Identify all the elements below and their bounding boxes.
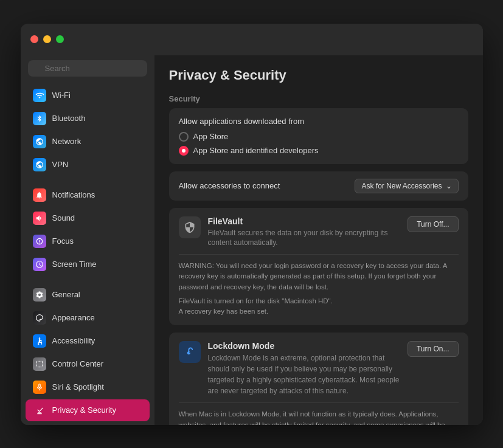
- accessories-card: Allow accessories to connect Ask for New…: [169, 171, 468, 201]
- sidebar-label-sound: Sound: [52, 213, 75, 222]
- sidebar-item-desktop[interactable]: Desktop & Dock: [26, 422, 150, 425]
- general-icon: [33, 288, 46, 302]
- page-title: Privacy & Security: [169, 67, 468, 83]
- radio-appstore[interactable]: App Store: [179, 132, 459, 142]
- sidebar-label-accessibility: Accessibility: [52, 336, 95, 345]
- filevault-status: FileVault is turned on for the disk "Mac…: [179, 296, 459, 317]
- filevault-warning-text: WARNING: You will need your login passwo…: [179, 262, 447, 291]
- window-content: 🔍 Wi-Fi Bluetooth: [21, 55, 483, 425]
- sidebar-item-appearance[interactable]: Appearance: [26, 307, 150, 329]
- filevault-desc: FileVault secures the data on your disk …: [208, 228, 408, 249]
- filevault-card: FileVault FileVault secures the data on …: [169, 208, 468, 326]
- sidebar-label-bluetooth: Bluetooth: [52, 114, 86, 123]
- allow-download-row: Allow applications downloaded from App S…: [169, 108, 468, 164]
- bluetooth-icon: [33, 112, 46, 125]
- screentime-icon: [33, 258, 46, 271]
- lockdown-card: Lockdown Mode Lockdown Mode is an extrem…: [169, 333, 468, 424]
- security-section-label: Security: [169, 94, 468, 103]
- filevault-warning: WARNING: You will need your login passwo…: [179, 254, 459, 292]
- radio-circle-identified: [179, 146, 189, 156]
- search-wrapper: 🔍: [28, 60, 147, 77]
- filevault-title-group: FileVault FileVault secures the data on …: [208, 216, 408, 249]
- lockdown-turnon-button[interactable]: Turn On...: [408, 341, 459, 357]
- filevault-status-line2: A recovery key has been set.: [179, 306, 459, 317]
- filevault-turnoff-button[interactable]: Turn Off...: [408, 216, 458, 232]
- sidebar-label-vpn: VPN: [52, 160, 69, 169]
- allow-download-label: Allow applications downloaded from: [179, 117, 459, 126]
- accessories-select[interactable]: Ask for New Accessories ⌄: [355, 179, 458, 193]
- vpn-icon: [33, 158, 46, 171]
- allow-download-card: Allow applications downloaded from App S…: [169, 108, 468, 164]
- minimize-button[interactable]: [43, 35, 51, 43]
- sidebar-item-network[interactable]: Network: [26, 131, 150, 153]
- titlebar: [21, 24, 483, 55]
- maximize-button[interactable]: [56, 35, 64, 43]
- sidebar-label-privacy: Privacy & Security: [52, 405, 116, 415]
- filevault-title: FileVault: [208, 216, 408, 226]
- accessories-chevron: ⌄: [446, 182, 452, 190]
- sidebar-item-bluetooth[interactable]: Bluetooth: [26, 108, 150, 129]
- wifi-icon: [33, 89, 46, 102]
- appearance-icon: [33, 311, 46, 325]
- accessories-label: Allow accessories to connect: [179, 181, 280, 190]
- lockdown-header: Lockdown Mode Lockdown Mode is an extrem…: [179, 341, 459, 396]
- network-icon: [33, 135, 46, 148]
- accessories-row[interactable]: Allow accessories to connect Ask for New…: [169, 171, 468, 201]
- accessories-value: Ask for New Accessories: [361, 182, 442, 190]
- sidebar-label-controlcenter: Control Center: [52, 359, 104, 368]
- sidebar-label-screentime: Screen Time: [52, 260, 97, 269]
- lockdown-title-group: Lockdown Mode Lockdown Mode is an extrem…: [208, 341, 408, 396]
- sidebar-item-controlcenter[interactable]: Control Center: [26, 353, 150, 375]
- main-panel: Privacy & Security Security Allow applic…: [154, 55, 483, 425]
- focus-icon: [33, 235, 46, 248]
- sidebar-item-privacy[interactable]: Privacy & Security: [26, 399, 150, 421]
- filevault-status-line1: FileVault is turned on for the disk "Mac…: [179, 296, 459, 306]
- sidebar: 🔍 Wi-Fi Bluetooth: [21, 55, 154, 425]
- filevault-header: FileVault FileVault secures the data on …: [179, 216, 459, 249]
- notifications-icon: [33, 188, 46, 202]
- controlcenter-icon: [33, 357, 46, 371]
- sidebar-item-wifi[interactable]: Wi-Fi: [26, 84, 150, 106]
- traffic-lights: [30, 35, 64, 43]
- radio-group-download: App Store App Store and identified devel…: [179, 132, 459, 156]
- sidebar-label-appearance: Appearance: [52, 313, 95, 322]
- lockdown-desc: Lockdown Mode is an extreme, optional pr…: [208, 353, 408, 396]
- sidebar-item-focus[interactable]: Focus: [26, 230, 150, 252]
- search-container: 🔍: [21, 55, 154, 84]
- radio-label-appstore: App Store: [193, 132, 229, 141]
- sidebar-item-vpn[interactable]: VPN: [26, 154, 150, 176]
- sidebar-item-accessibility[interactable]: Accessibility: [26, 330, 150, 352]
- sidebar-label-network: Network: [52, 137, 82, 146]
- privacy-icon: [33, 404, 46, 417]
- accessibility-icon: [33, 334, 46, 348]
- radio-appstore-identified[interactable]: App Store and identified developers: [179, 146, 459, 156]
- sidebar-item-notifications[interactable]: Notifications: [26, 184, 150, 206]
- siri-icon: [33, 381, 46, 394]
- filevault-icon: [179, 216, 201, 238]
- radio-label-identified: App Store and identified developers: [193, 146, 319, 155]
- sidebar-label-notifications: Notifications: [52, 190, 95, 199]
- lockdown-detail-text: When Mac is in Lockdown Mode, it will no…: [179, 410, 445, 424]
- sidebar-label-focus: Focus: [52, 236, 74, 246]
- system-preferences-window: 🔍 Wi-Fi Bluetooth: [21, 24, 483, 425]
- lockdown-detail: When Mac is in Lockdown Mode, it will no…: [179, 402, 459, 424]
- lockdown-left: Lockdown Mode Lockdown Mode is an extrem…: [179, 341, 408, 396]
- lockdown-title: Lockdown Mode: [208, 341, 408, 351]
- sidebar-label-general: General: [52, 290, 80, 299]
- sidebar-label-siri: Siri & Spotlight: [52, 382, 104, 391]
- sidebar-item-screentime[interactable]: Screen Time: [26, 253, 150, 275]
- lockdown-icon: [179, 341, 201, 363]
- filevault-left: FileVault FileVault secures the data on …: [179, 216, 408, 249]
- svg-point-0: [38, 337, 40, 339]
- sidebar-label-wifi: Wi-Fi: [52, 91, 71, 100]
- sidebar-item-general[interactable]: General: [26, 284, 150, 306]
- sound-icon: [33, 212, 46, 225]
- close-button[interactable]: [30, 35, 38, 43]
- search-input[interactable]: [28, 60, 147, 77]
- sidebar-item-siri[interactable]: Siri & Spotlight: [26, 376, 150, 398]
- radio-circle-appstore: [179, 132, 189, 142]
- sidebar-item-sound[interactable]: Sound: [26, 207, 150, 229]
